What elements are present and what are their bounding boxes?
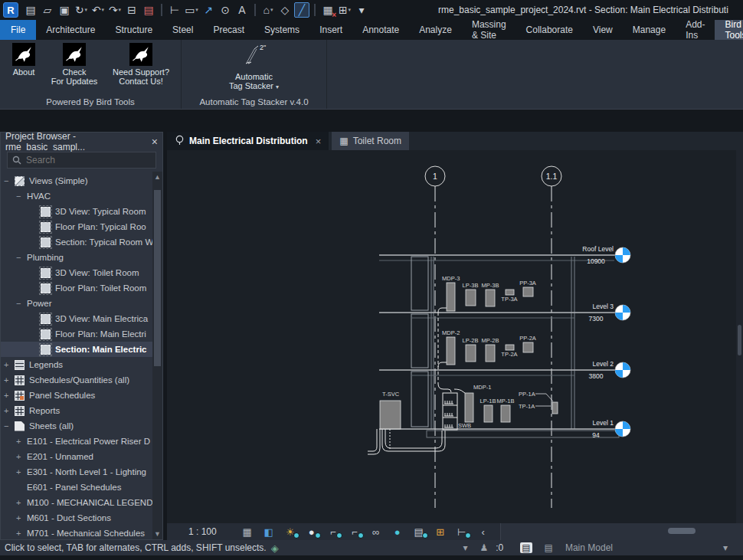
separator[interactable] (254, 4, 256, 16)
tree-item[interactable]: + M701 - Mechanical Schedules (1, 526, 162, 539)
tree-item[interactable]: + Schedules/Quantities (all) (1, 372, 162, 388)
scroll-down-icon[interactable]: ▼ (152, 529, 162, 539)
tag-icon[interactable]: ⊙ (218, 2, 233, 18)
tree-item[interactable]: Section: Main Electric (1, 342, 162, 357)
view-scale[interactable]: 1 : 100 (188, 526, 217, 537)
tree-item[interactable]: E601 - Panel Schedules (1, 480, 162, 495)
tree-item[interactable]: + M601 - Duct Sections (1, 510, 162, 526)
tree-expander[interactable]: − (16, 192, 27, 201)
view-tab-main-electrical[interactable]: Main Electrical Distribution × (167, 132, 329, 150)
ribbon-tab[interactable]: Massing & Site (462, 20, 516, 40)
scrollbar-thumb[interactable] (154, 190, 161, 366)
tree-expander[interactable]: + (16, 498, 27, 507)
tree-item[interactable]: − Plumbing (1, 250, 162, 265)
project-browser-toggle-icon[interactable]: ▤ (545, 542, 553, 553)
tree-expander[interactable]: − (4, 176, 15, 185)
detail-level-icon[interactable]: ▦ (241, 525, 254, 539)
text-icon[interactable]: A (234, 2, 250, 18)
dropdown-caret[interactable]: ▾ (102, 7, 105, 13)
close-icon[interactable]: × (316, 136, 322, 147)
ribbon-tab[interactable]: View (583, 20, 623, 40)
tree-expander[interactable]: − (4, 421, 15, 431)
tree-item[interactable]: + E101 - Electrical Power Riser D (1, 434, 162, 449)
default-3d-view-icon[interactable]: ⌂▾ (260, 2, 276, 18)
constraints-icon[interactable]: ⊢ (455, 525, 469, 539)
ribbon-tab[interactable]: Collaborate (516, 20, 583, 40)
automatic-tag-stacker-button[interactable]: 2" Automatic Tag Stacker ▾ (220, 43, 289, 92)
tree-expander[interactable]: + (4, 360, 15, 369)
separator[interactable] (161, 4, 162, 16)
redo-icon[interactable]: ↷▾ (107, 2, 123, 18)
ribbon-tab[interactable]: File (0, 20, 36, 40)
thin-lines-icon[interactable]: ╱ (294, 2, 309, 18)
reveal-hidden-elements-icon[interactable]: ● (391, 525, 404, 539)
canvas-vertical-scrollbar[interactable] (736, 150, 743, 523)
need-support-button[interactable]: Need Support? Contact Us! (107, 43, 175, 86)
switch-windows-icon[interactable]: ⊞▾ (337, 2, 352, 18)
drawing-canvas[interactable]: MDP-3 LP-3B MP-3B TP-3A PP-3A MDP-2 LP-2… (167, 150, 743, 523)
collapse-ribbon-icon[interactable]: ▾ (354, 2, 369, 18)
sync-icon[interactable]: ↻▾ (74, 2, 89, 18)
separator[interactable] (314, 4, 316, 16)
save-icon[interactable]: ▣ (57, 2, 72, 18)
tree-item[interactable]: Floor Plan: Toilet Room (1, 280, 162, 296)
tree-item[interactable]: + E301 - North Level 1 - Lighting (1, 464, 162, 480)
tree-expander[interactable]: − (16, 253, 27, 262)
tree-item[interactable]: + M100 - MECHANICAL LEGEND (1, 495, 162, 510)
chevron-down-icon[interactable]: ▾ (723, 542, 728, 553)
tree-expander[interactable]: + (4, 406, 15, 415)
shadows-icon[interactable]: ● (305, 525, 319, 539)
scroll-up-icon[interactable]: ▲ (152, 172, 162, 182)
search-box[interactable] (7, 152, 156, 169)
ribbon-tab[interactable]: Analyze (409, 20, 462, 40)
dropdown-caret[interactable]: ▾ (119, 7, 122, 13)
search-input[interactable] (26, 155, 133, 165)
tree-item[interactable]: + Reports (1, 403, 162, 418)
canvas-horizontal-scrollbar[interactable] (500, 523, 743, 540)
tree-item[interactable]: − Views (Simple) (1, 173, 162, 188)
tree-item[interactable]: Section: Typical Room W (1, 234, 162, 250)
close-icon[interactable]: × (152, 136, 158, 148)
print-icon[interactable]: ⊟ (124, 2, 139, 18)
ribbon-tab[interactable]: Architecture (36, 20, 105, 40)
worksharing-display-icon[interactable]: ⊞ (434, 525, 447, 539)
dropdown-caret[interactable]: ▾ (85, 7, 88, 13)
properties-icon[interactable]: ▤ (23, 2, 38, 18)
tree-item[interactable]: 3D View: Typical Room (1, 204, 162, 219)
tree-item[interactable]: Floor Plan: Typical Roo (1, 219, 162, 234)
about-button[interactable]: About (6, 43, 41, 77)
project-browser-header[interactable]: Project Browser - rme_basic_sampl... × (1, 133, 162, 150)
crop-region-visibility-icon[interactable]: ⌐ (348, 525, 362, 539)
tree-expander[interactable]: + (16, 452, 27, 461)
view-tab-toilet-room[interactable]: ▦ Toilet Room (332, 132, 409, 150)
ribbon-tab[interactable]: Add-Ins (676, 20, 715, 40)
tree-item[interactable]: − HVAC (1, 188, 162, 204)
aligned-dimension-icon[interactable]: ↗ (201, 2, 216, 18)
measure-icon[interactable]: ⊢ (167, 2, 182, 18)
undo-icon[interactable]: ↶▾ (90, 2, 106, 18)
chevron-down-icon[interactable]: ▾ (463, 542, 467, 553)
tree-item[interactable]: − Sheets (all) (1, 418, 162, 434)
pane-collapse-icon[interactable]: ‹ (476, 525, 490, 539)
close-inactive-windows-icon[interactable]: ▦× (320, 2, 335, 18)
tree-expander[interactable]: + (4, 375, 15, 385)
temporary-view-properties-icon[interactable]: ▤ (412, 525, 426, 539)
dropdown-caret[interactable]: ▾ (270, 7, 273, 13)
tree-item[interactable]: − Power (1, 296, 162, 311)
open-file-icon[interactable]: ▱ (40, 2, 55, 18)
scrollbar-thumb[interactable] (738, 325, 741, 355)
tree-item[interactable]: + Legends (1, 357, 162, 372)
ruler-icon[interactable]: ▭▾ (184, 2, 199, 18)
sun-path-icon[interactable]: ☀ (283, 525, 297, 539)
temporary-hide-isolate-icon[interactable]: ∞ (369, 525, 383, 539)
check-for-updates-button[interactable]: Check For Updates (46, 43, 103, 86)
tree-expander[interactable]: + (16, 467, 27, 476)
panel-footer[interactable]: Powered By Bird Tools (0, 96, 181, 109)
ribbon-tab[interactable]: Annotate (352, 20, 409, 40)
ribbon-tab[interactable]: Insert (309, 20, 352, 40)
visual-style-icon[interactable]: ◧ (262, 525, 276, 539)
dropdown-caret[interactable]: ▾ (276, 84, 279, 90)
crop-view-icon[interactable]: ⌐ (326, 525, 340, 539)
section-icon[interactable]: ◇ (277, 2, 293, 18)
tree-item[interactable]: + Panel Schedules (1, 388, 162, 403)
